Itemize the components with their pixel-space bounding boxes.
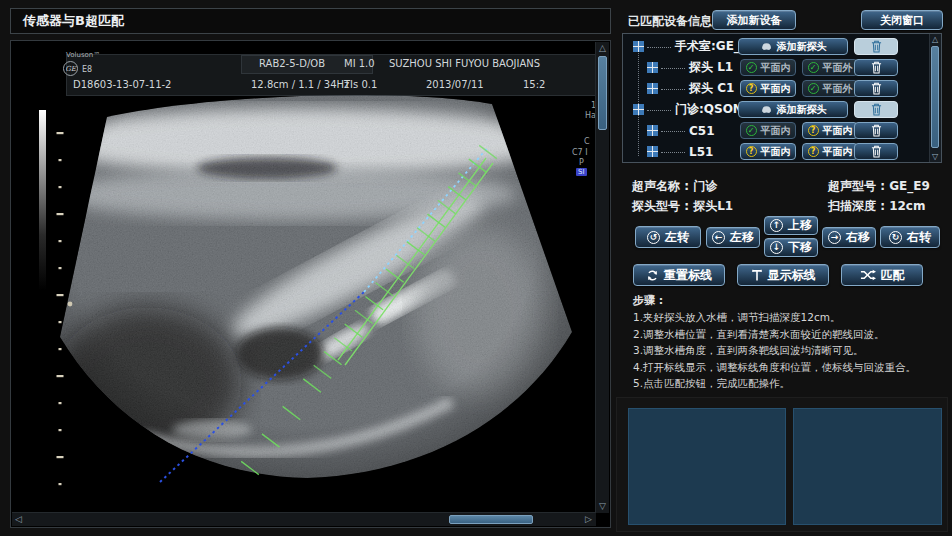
- device-tree-row[interactable]: 门诊:QSONO_Q6 添加新探头: [623, 101, 929, 118]
- tree-connector: [661, 152, 685, 153]
- rotate-right-button[interactable]: ↻ 右转: [880, 226, 940, 248]
- shuffle-icon: [860, 269, 876, 281]
- marker-line-icon: [751, 269, 763, 282]
- step-line: 3.调整水槽角度，直到两条靶线回波均清晰可见。: [633, 342, 941, 359]
- matched-devices-title: 已匹配设备信息 :: [628, 13, 721, 30]
- side-param-text: C7 I: [572, 148, 588, 157]
- window-title-bar: 传感器与B超匹配: [10, 8, 611, 34]
- probe-tree-row[interactable]: L51 ? 平面内 ? 平面内: [623, 143, 929, 160]
- plane-button-label: 平面内: [823, 124, 853, 138]
- tree-node-icon[interactable]: [647, 83, 658, 94]
- show-line-button[interactable]: 显示标线: [737, 264, 829, 286]
- hospital-name: SUZHOU SHI FUYOU BAOJIANS: [389, 58, 540, 69]
- tree-scrollbar[interactable]: △ ▽: [929, 34, 941, 162]
- in-plane-button[interactable]: ? 平面内: [740, 143, 796, 160]
- add-probe-label: 添加新探头: [777, 103, 827, 117]
- delete-probe-button[interactable]: [854, 59, 898, 76]
- page-title: 传感器与B超匹配: [23, 12, 124, 30]
- trash-icon: [871, 124, 882, 137]
- step-line: 2.调整水槽位置，直到看清楚离水面较近的靶线回波。: [633, 326, 941, 343]
- tree-node-icon[interactable]: [647, 62, 658, 73]
- reset-line-label: 重置标线: [664, 267, 712, 284]
- delete-probe-button[interactable]: [854, 122, 898, 139]
- step-line: 4.打开标线显示，调整标线角度和位置，使标线与回波重合。: [633, 359, 941, 376]
- out-plane-button[interactable]: ? 平面内: [802, 122, 858, 139]
- move-left-button[interactable]: ← 左移: [706, 227, 760, 248]
- probe-tree-row[interactable]: 探头 C1 ? 平面内 ✓ 平面外: [623, 80, 929, 97]
- ultrasound-image: [12, 42, 596, 513]
- move-down-button[interactable]: ↓ 下移: [764, 238, 818, 257]
- tree-connector: [647, 110, 671, 111]
- move-right-button[interactable]: → 右移: [822, 227, 876, 248]
- delete-device-button[interactable]: [854, 38, 898, 55]
- horizontal-scrollbar[interactable]: ◁ ▷: [12, 512, 596, 526]
- preview-panel-right: [793, 408, 942, 525]
- out-plane-button[interactable]: ✓ 平面外: [802, 59, 858, 76]
- tree-connector: [661, 131, 685, 132]
- delete-probe-button[interactable]: [854, 80, 898, 97]
- ultrasound-name-label: 超声名称 : 门诊: [632, 178, 717, 195]
- probe-label: L51: [689, 145, 713, 159]
- delete-device-button[interactable]: [854, 101, 898, 118]
- plane-state-icon: ?: [746, 146, 757, 157]
- probe-tree-row[interactable]: 探头 L1 ✓ 平面内 ✓ 平面外: [623, 59, 929, 76]
- tree-node-icon[interactable]: [633, 104, 644, 115]
- camera-preview-container: [616, 397, 948, 532]
- tree-node-icon[interactable]: [647, 125, 658, 136]
- out-plane-button[interactable]: ? 平面内: [802, 143, 858, 160]
- scroll-left-icon[interactable]: ◁: [15, 515, 22, 524]
- add-device-button[interactable]: 添加新设备: [712, 10, 796, 30]
- trash-icon: [871, 61, 882, 74]
- show-line-label: 显示标线: [768, 267, 816, 284]
- tree-scroll-up-icon[interactable]: △: [932, 35, 938, 44]
- close-window-button[interactable]: 关闭窗口: [861, 10, 943, 30]
- out-plane-button[interactable]: ✓ 平面外: [802, 80, 858, 97]
- exam-time: 15:2: [523, 79, 545, 90]
- tree-scroll-down-icon[interactable]: ▽: [932, 152, 938, 161]
- refresh-icon: [646, 269, 659, 282]
- add-probe-button[interactable]: 添加新探头: [738, 38, 848, 55]
- vertical-scrollbar[interactable]: △ ▽: [595, 42, 609, 513]
- scroll-right-icon[interactable]: ▷: [585, 515, 592, 524]
- add-probe-button[interactable]: 添加新探头: [738, 101, 848, 118]
- trash-icon: [871, 82, 882, 95]
- tree-scroll-thumb[interactable]: [931, 46, 939, 148]
- in-plane-button[interactable]: ✓ 平面内: [740, 122, 796, 139]
- probe-label: 探头 C1: [689, 80, 734, 97]
- probe-tree-row[interactable]: C51 ✓ 平面内 ? 平面内: [623, 122, 929, 139]
- delete-probe-button[interactable]: [854, 143, 898, 160]
- move-up-button[interactable]: ↑ 上移: [764, 216, 818, 235]
- vertical-scroll-thumb[interactable]: [598, 56, 607, 130]
- in-plane-button[interactable]: ? 平面内: [740, 80, 796, 97]
- tree-node-icon[interactable]: [647, 146, 658, 157]
- ultrasound-model-label: 超声型号 : GE_E9: [828, 178, 930, 195]
- scroll-up-icon[interactable]: △: [599, 44, 606, 53]
- plane-state-icon: ✓: [746, 62, 757, 73]
- plane-state-icon: ?: [808, 125, 819, 136]
- side-param-text: P: [579, 158, 584, 167]
- scroll-down-icon[interactable]: ▽: [599, 502, 606, 511]
- move-up-label: 上移: [788, 217, 812, 234]
- plane-state-icon: ✓: [808, 62, 819, 73]
- arrow-right-icon: →: [828, 231, 841, 244]
- plane-button-label: 平面内: [761, 61, 791, 75]
- reset-line-button[interactable]: 重置标线: [633, 264, 725, 286]
- in-plane-button[interactable]: ✓ 平面内: [740, 59, 796, 76]
- add-probe-label: 添加新探头: [777, 40, 827, 54]
- plane-button-label: 平面内: [761, 145, 791, 159]
- match-button[interactable]: 匹配: [841, 264, 923, 286]
- instructions: 步骤 : 1.夹好探头放入水槽，调节扫描深度12cm。2.调整水槽位置，直到看清…: [633, 293, 941, 392]
- horizontal-scroll-thumb[interactable]: [449, 515, 533, 524]
- probe-icon: [760, 105, 773, 114]
- steps-title: 步骤 :: [633, 293, 941, 309]
- tree-node-icon[interactable]: [633, 41, 644, 52]
- tree-connector: [661, 68, 685, 69]
- rotate-left-button[interactable]: ↺ 左转: [635, 226, 701, 248]
- app-window: 传感器与B超匹配: [0, 0, 952, 536]
- step-line: 5.点击匹配按钮，完成匹配操作。: [633, 375, 941, 392]
- probe-icon: [760, 42, 773, 51]
- device-tree-row[interactable]: 手术室:GE_E9 添加新探头: [623, 38, 929, 55]
- ge-logo: GE: [63, 61, 78, 76]
- rotate-right-icon: ↻: [889, 231, 902, 244]
- probe-model-label: 探头型号 : 探头L1: [632, 198, 733, 215]
